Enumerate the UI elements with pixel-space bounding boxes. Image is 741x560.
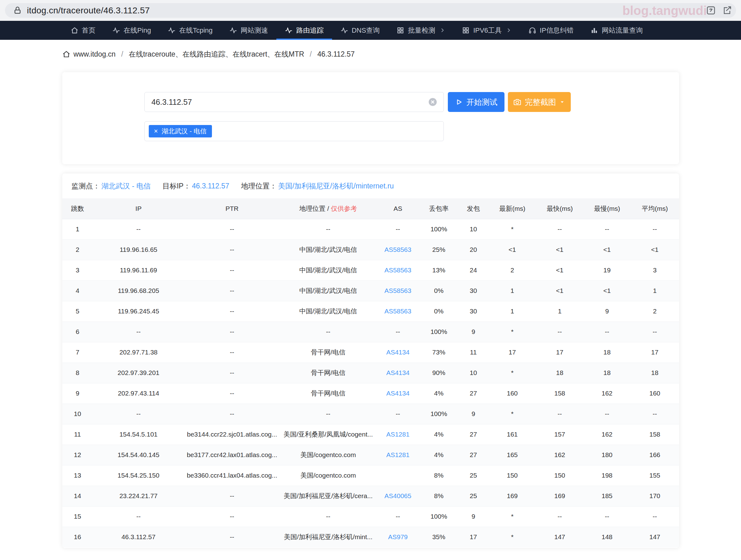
nav-item-label: 网站流量查询: [602, 26, 643, 35]
fastest-cell: 1: [536, 301, 584, 322]
ip-cell: 202.97.43.114: [93, 383, 184, 404]
loss-cell: 100%: [419, 219, 458, 239]
nav-item-ping[interactable]: 在线Ping: [104, 21, 159, 40]
nav-item-ipv6[interactable]: IPV6工具: [454, 21, 520, 40]
loss-cell: 73%: [419, 342, 458, 363]
latest-cell: *: [489, 527, 536, 547]
ip-cell: 23.224.21.77: [93, 486, 184, 506]
table-row: 15--------100%9*------: [62, 506, 679, 527]
geo-cell: 骨干网/电信: [280, 342, 377, 363]
circle-close-icon[interactable]: [428, 97, 437, 107]
as-cell: AS4134: [377, 363, 419, 383]
nav-item-tcping[interactable]: 在线Tcping: [159, 21, 221, 40]
breadcrumb-site[interactable]: www.itdog.cn: [73, 50, 116, 59]
nav-item-ip-correct[interactable]: IP信息纠错: [520, 21, 582, 40]
geo-cell: --: [280, 506, 377, 527]
geo-cell: --: [280, 404, 377, 424]
column-header: IP: [93, 198, 184, 219]
table-row: 1--------100%10*------: [62, 219, 679, 239]
start-test-label: 开始测试: [466, 97, 497, 107]
sent-cell: 11: [458, 342, 489, 363]
node-tag[interactable]: × 湖北武汉 - 电信: [149, 125, 212, 138]
column-header: PTR: [184, 198, 280, 219]
ptr-cell: be3177.ccr42.lax01.atlas.cog...: [184, 445, 280, 465]
avg-cell: 3: [631, 260, 679, 281]
column-header: 跳数: [62, 198, 93, 219]
result-card: 监测点： 湖北武汉 - 电信 目标IP： 46.3.112.57 地理位置： 美…: [62, 173, 679, 548]
ip-cell: 119.96.68.205: [93, 281, 184, 301]
as-link[interactable]: AS1281: [386, 431, 410, 438]
as-link[interactable]: AS58563: [384, 308, 411, 315]
nav-item-label: 批量检测: [408, 26, 435, 35]
nav-item-traffic[interactable]: 网站流量查询: [582, 21, 651, 40]
nav-item-home[interactable]: 首页: [62, 21, 104, 40]
slowest-cell: --: [584, 404, 631, 424]
column-header: 平均(ms): [631, 198, 679, 219]
column-header: 丢包率: [419, 198, 458, 219]
ptr-cell: --: [184, 281, 280, 301]
probe-value[interactable]: 湖北武汉 - 电信: [102, 181, 151, 191]
as-link[interactable]: AS979: [388, 533, 408, 540]
ip-cell: --: [93, 322, 184, 342]
latest-cell: 17: [489, 342, 536, 363]
slowest-cell: 185: [584, 486, 631, 506]
ip-cell: 154.54.40.145: [93, 445, 184, 465]
as-link[interactable]: AS58563: [384, 287, 411, 294]
as-link[interactable]: AS4134: [386, 390, 410, 397]
as-link[interactable]: AS58563: [384, 246, 411, 253]
nav-item-dns[interactable]: DNS查询: [332, 21, 388, 40]
table-row: 12154.54.40.145be3177.ccr42.lax01.atlas.…: [62, 445, 679, 465]
target-input[interactable]: [144, 92, 444, 112]
screenshot-label: 完整截图: [525, 97, 556, 107]
hop-cell: 15: [62, 506, 93, 527]
latest-cell: 160: [489, 383, 536, 404]
latest-cell: *: [489, 219, 536, 239]
slowest-cell: --: [584, 322, 631, 342]
slowest-cell: <1: [584, 281, 631, 301]
table-row: 6--------100%9*------: [62, 322, 679, 342]
loss-cell: 100%: [419, 322, 458, 342]
table-row: 11154.54.5.101be3144.ccr22.sjc01.atlas.c…: [62, 424, 679, 445]
fastest-cell: <1: [536, 260, 584, 281]
as-link[interactable]: AS58563: [384, 266, 411, 273]
tag-close-icon[interactable]: ×: [154, 128, 158, 135]
probe-label: 监测点：: [72, 181, 100, 191]
ptr-cell: --: [184, 342, 280, 363]
as-cell: AS58563: [377, 301, 419, 322]
headset-icon: [528, 26, 536, 34]
nav-item-traceroute[interactable]: 路由追踪: [276, 21, 332, 40]
hop-cell: 7: [62, 342, 93, 363]
as-link[interactable]: AS4134: [386, 369, 410, 376]
share-icon[interactable]: [723, 6, 732, 15]
sent-cell: 27: [458, 424, 489, 445]
ip-cell: --: [93, 219, 184, 239]
nav-item-batch[interactable]: 批量检测: [388, 21, 454, 40]
start-test-button[interactable]: 开始测试: [448, 92, 504, 112]
full-screenshot-button[interactable]: 完整截图: [508, 92, 571, 112]
avg-cell: 147: [631, 527, 679, 547]
loss-cell: 35%: [419, 527, 458, 547]
geo-value[interactable]: 美国/加利福尼亚/洛杉矶/minternet.ru: [278, 181, 394, 191]
address-bar[interactable]: itdog.cn/traceroute/46.3.112.57: [5, 3, 736, 18]
as-cell: AS1281: [377, 445, 419, 465]
table-row: 5119.96.245.45--中国/湖北/武汉/电信AS585630%3011…: [62, 301, 679, 322]
translate-icon[interactable]: [706, 6, 716, 15]
ptr-cell: --: [184, 301, 280, 322]
latest-cell: 169: [489, 486, 536, 506]
as-link[interactable]: AS40065: [384, 492, 411, 499]
as-cell: [377, 465, 419, 486]
loss-cell: 0%: [419, 281, 458, 301]
loss-cell: 8%: [419, 486, 458, 506]
as-link[interactable]: AS1281: [386, 451, 410, 458]
fastest-cell: --: [536, 322, 584, 342]
nav-item-label: 在线Tcping: [179, 26, 213, 35]
nav-item-speed[interactable]: 网站测速: [221, 21, 276, 40]
avg-cell: --: [631, 506, 679, 527]
as-cell: AS4134: [377, 342, 419, 363]
chart-icon: [590, 26, 598, 34]
geo-cell: 美国/cogentco.com: [280, 465, 377, 486]
target-ip-value[interactable]: 46.3.112.57: [192, 182, 229, 190]
latest-cell: *: [489, 506, 536, 527]
as-link[interactable]: AS4134: [386, 348, 410, 356]
breadcrumb-section: 在线traceroute、在线路由追踪、在线tracert、在线MTR: [129, 50, 305, 59]
